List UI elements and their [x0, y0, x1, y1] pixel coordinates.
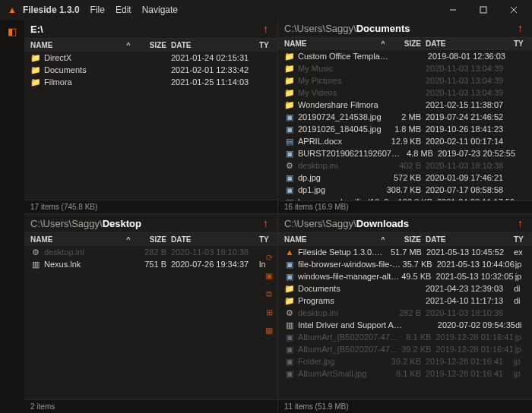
- layout-icon[interactable]: ◧: [8, 26, 17, 37]
- file-row[interactable]: ▲Fileside Setup 1.3.0.exe51.7 MB2021-05-…: [278, 246, 532, 258]
- path-bar[interactable]: C:\Users\Saggy\Desktop↑: [24, 214, 277, 232]
- file-row[interactable]: ▣Folder.jpg39.2 KB2019-12-28 01:16:41jp: [278, 355, 532, 367]
- file-name: AlbumArt_{B5020207-474E-…: [298, 333, 400, 342]
- col-name[interactable]: NAME: [30, 41, 124, 49]
- file-size: 282 B: [131, 247, 171, 257]
- go-up-icon[interactable]: ↑: [515, 217, 526, 229]
- col-size[interactable]: SIZE: [131, 41, 171, 49]
- file-row[interactable]: 📁My Pictures2020-11-03 13:04:39: [278, 74, 532, 87]
- file-row[interactable]: 📁DirectX2021-01-24 02:15:31: [24, 52, 277, 64]
- menu-file[interactable]: File: [90, 5, 105, 15]
- col-type[interactable]: TY: [259, 235, 271, 244]
- file-date: 2020-07-02 09:54:35: [438, 320, 515, 329]
- file-row[interactable]: ⚙desktop.ini282 B2020-11-03 18:10:38: [24, 246, 277, 258]
- file-name: 20191026_184045.jpg: [298, 125, 386, 134]
- file-name: file-browser-windows-file-exp…: [298, 260, 401, 269]
- path-bar[interactable]: C:\Users\Saggy\Downloads↑: [278, 214, 532, 232]
- menu-edit[interactable]: Edit: [116, 5, 131, 15]
- go-up-icon[interactable]: ↑: [260, 23, 271, 35]
- file-row[interactable]: ▣BURST20190621192607911_…4.8 MB2019-07-2…: [278, 147, 532, 159]
- file-size: 2 MB: [386, 112, 426, 121]
- window-close-button[interactable]: [499, 0, 529, 20]
- file-date: 2020-07-26 19:34:37: [171, 260, 259, 269]
- file-row[interactable]: ▣file-browser-windows-file-exp…35.7 KB20…: [278, 258, 532, 270]
- file-row[interactable]: 📁Documents2021-04-23 12:39:03di: [278, 282, 532, 295]
- folder-icon: 📁: [30, 53, 41, 63]
- file-row[interactable]: ▥Intel Driver and Support Assis…2020-07-…: [278, 319, 532, 331]
- file-row[interactable]: ▣AlbumArt_{B5020207-474E-…8.1 KB2019-12-…: [278, 331, 532, 343]
- menu-navigate[interactable]: Navigate: [142, 5, 178, 15]
- sort-indicator-icon[interactable]: ^: [378, 235, 386, 243]
- file-date: 2019-12-28 01:16:41: [435, 333, 515, 342]
- col-date[interactable]: DATE: [171, 235, 259, 244]
- file-name: Nexus.lnk: [44, 260, 131, 269]
- image-icon: ▣: [284, 125, 295, 134]
- sort-indicator-icon[interactable]: ^: [378, 39, 386, 47]
- file-list: 📁DirectX2021-01-24 02:15:31📁Documents202…: [24, 52, 277, 200]
- window-maximize-button[interactable]: [468, 0, 499, 20]
- sort-indicator-icon[interactable]: ^: [124, 41, 131, 49]
- file-type: di: [514, 296, 526, 305]
- file-row[interactable]: ▣dp1.jpg308.7 KB2020-07-17 08:58:58: [278, 184, 532, 196]
- file-date: 2021-05-13 10:45:52: [426, 247, 514, 257]
- col-date[interactable]: DATE: [426, 235, 514, 244]
- file-name: desktop.ini: [44, 247, 131, 257]
- file-row[interactable]: 📁Programs2021-04-10 11:17:13di: [278, 295, 532, 307]
- path-bar[interactable]: E:\↑: [24, 20, 277, 38]
- file-row[interactable]: ▣20191026_184045.jpg1.8 MB2019-10-26 18:…: [278, 123, 532, 135]
- folder-icon: 📁: [30, 65, 41, 75]
- file-row[interactable]: ▣AlbumArt_{B5020207-474E-…39.2 KB2019-12…: [278, 343, 532, 355]
- col-name[interactable]: NAME: [30, 235, 124, 244]
- side-rail: ◧: [0, 20, 24, 413]
- file-size: 308.7 KB: [386, 185, 426, 194]
- file-type: jp: [515, 345, 526, 354]
- folder-dim-icon: 📁: [284, 76, 295, 86]
- file-row[interactable]: 📁Custom Office Templates2019-08-01 12:36…: [278, 50, 532, 62]
- file-row[interactable]: 📁Wondershare Filmora2021-02-15 11:38:07: [278, 99, 532, 111]
- col-name[interactable]: NAME: [284, 235, 378, 244]
- go-up-icon[interactable]: ↑: [260, 217, 271, 229]
- file-name: My Music: [298, 64, 386, 73]
- file-row[interactable]: ▤APRIL.docx12.9 KB2020-02-11 00:17:14: [278, 135, 532, 147]
- col-date[interactable]: DATE: [426, 39, 514, 48]
- file-size: 8.1 KB: [400, 333, 435, 342]
- file-row[interactable]: ▣dp.jpg572 KB2020-01-09 17:46:21: [278, 172, 532, 184]
- path-bar[interactable]: C:\Users\Saggy\Documents↑: [278, 20, 532, 37]
- col-name[interactable]: NAME: [284, 39, 378, 48]
- col-type[interactable]: TY: [514, 235, 526, 244]
- file-row[interactable]: ⚙desktop.ini282 B2020-11-03 18:10:38: [278, 307, 532, 319]
- image-icon: ▣: [284, 272, 295, 282]
- app-title: Fileside 1.3.0: [23, 5, 80, 15]
- sort-indicator-icon[interactable]: ^: [124, 235, 131, 243]
- file-row[interactable]: ▣20190724_214538.jpg2 MB2019-07-24 21:46…: [278, 111, 532, 123]
- folder-dim-icon: 📁: [284, 88, 295, 98]
- file-row[interactable]: 📁Filmora2021-01-25 11:14:03: [24, 76, 277, 88]
- go-up-icon[interactable]: ↑: [515, 22, 526, 34]
- col-size[interactable]: SIZE: [131, 235, 171, 244]
- file-date: 2021-02-01 12:33:42: [171, 65, 259, 74]
- file-name: DirectX: [44, 53, 131, 62]
- window-minimize-button[interactable]: [438, 0, 468, 20]
- file-row[interactable]: 📁My Videos2020-11-03 13:04:39: [278, 87, 532, 99]
- col-date[interactable]: DATE: [171, 41, 259, 49]
- image-dim-icon: ▣: [284, 357, 295, 367]
- file-date: 2020-11-03 13:04:39: [426, 76, 514, 85]
- image-dim-icon: ▣: [284, 345, 295, 355]
- file-row[interactable]: ▥Nexus.lnk751 B2020-07-26 19:34:37ln: [24, 258, 277, 270]
- file-row[interactable]: ▣AlbumArtSmall.jpg8.1 KB2019-12-28 01:16…: [278, 367, 532, 380]
- column-headers: NAME^SIZEDATETY: [24, 38, 277, 52]
- file-row[interactable]: ▣windows-file-manager-altern…49.5 KB2021…: [278, 270, 532, 282]
- folder-dim-icon: 📁: [284, 64, 295, 74]
- file-row[interactable]: 📁My Music2020-11-03 13:04:39: [278, 62, 532, 74]
- col-type[interactable]: TY: [514, 39, 526, 48]
- col-type[interactable]: TY: [259, 41, 271, 49]
- file-row[interactable]: 📁Documents2021-02-01 12:33:42: [24, 64, 277, 76]
- file-row[interactable]: ⚙desktop.ini402 B2020-11-03 18:10:38: [278, 159, 532, 172]
- col-size[interactable]: SIZE: [386, 39, 426, 48]
- file-name: dp.jpg: [298, 173, 386, 182]
- pane-top-left: E:\↑NAME^SIZEDATETY📁DirectX2021-01-24 02…: [24, 20, 278, 214]
- file-list: 📁Custom Office Templates2019-08-01 12:36…: [278, 50, 532, 200]
- file-size: 282 B: [386, 308, 426, 317]
- col-size[interactable]: SIZE: [386, 235, 426, 244]
- pane-top-right: C:\Users\Saggy\Documents↑NAME^SIZEDATETY…: [278, 20, 532, 214]
